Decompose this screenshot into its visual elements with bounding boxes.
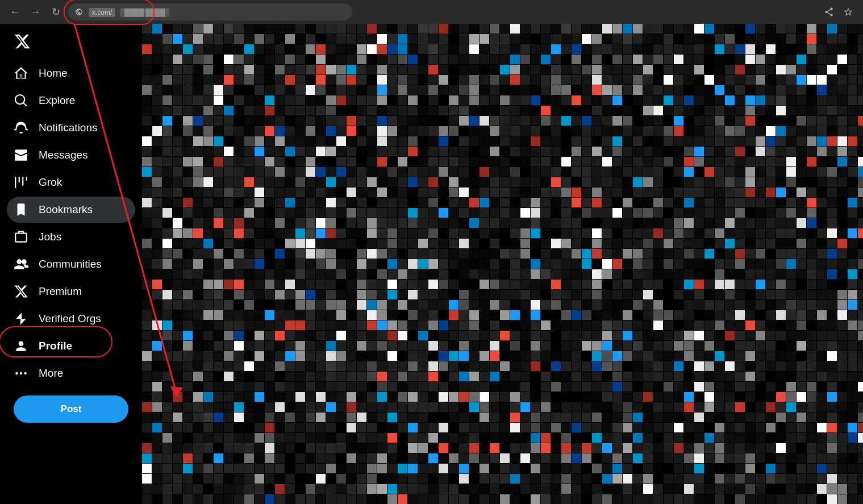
sidebar-item-jobs[interactable]: Jobs [7, 224, 135, 250]
more-icon [14, 366, 28, 381]
reload-button[interactable]: ↻ [48, 4, 64, 20]
browser-actions [821, 4, 856, 20]
content-area [142, 24, 863, 504]
site-icon [75, 8, 83, 16]
browser-chrome: ← → ↻ x.com/ ████ ████ [0, 0, 863, 24]
sidebar-item-profile[interactable]: Profile [7, 333, 135, 359]
profile-label: Profile [39, 340, 72, 352]
communities-label: Communities [39, 258, 102, 270]
back-button[interactable]: ← [7, 4, 23, 20]
search-icon [14, 93, 28, 108]
envelope-icon [14, 148, 28, 163]
sidebar-item-explore[interactable]: Explore [7, 88, 135, 114]
explore-label: Explore [39, 94, 75, 107]
bell-icon [14, 120, 28, 135]
address-bar[interactable]: x.com/ ████ ████ [68, 3, 352, 20]
briefcase-icon [14, 230, 28, 244]
notifications-label: Notifications [39, 122, 98, 134]
sidebar-item-bookmarks[interactable]: Bookmarks [7, 197, 135, 223]
lightning-icon [14, 311, 28, 326]
bookmarks-label: Bookmarks [39, 203, 93, 216]
sidebar-item-home[interactable]: Home [7, 60, 135, 86]
jobs-label: Jobs [39, 231, 61, 243]
url-redacted: ████ ████ [120, 8, 169, 17]
forward-button[interactable]: → [27, 4, 43, 20]
bookmark-icon [14, 202, 28, 217]
sidebar: Home Explore Notifications Messages [0, 24, 142, 504]
home-icon [14, 66, 28, 81]
post-button[interactable]: Post [14, 395, 128, 423]
app-container: Home Explore Notifications Messages [0, 24, 863, 504]
sidebar-item-premium[interactable]: Premium [7, 278, 135, 305]
sidebar-item-grok[interactable]: Grok [7, 169, 135, 195]
sidebar-item-verified-orgs[interactable]: Verified Orgs [7, 306, 135, 332]
messages-label: Messages [39, 149, 88, 161]
bookmark-star-button[interactable] [840, 4, 856, 20]
grok-icon [14, 175, 28, 190]
x-premium-icon [14, 284, 28, 299]
sidebar-item-communities[interactable]: Communities [7, 251, 135, 277]
home-label: Home [39, 67, 68, 80]
grok-label: Grok [39, 176, 62, 189]
verified-orgs-label: Verified Orgs [39, 313, 101, 325]
sidebar-item-messages[interactable]: Messages [7, 142, 135, 168]
sidebar-item-notifications[interactable]: Notifications [7, 115, 135, 141]
share-button[interactable] [821, 4, 837, 20]
premium-label: Premium [39, 285, 82, 298]
x-logo[interactable] [7, 28, 135, 57]
url-text: x.com/ ████ ████ [86, 8, 169, 16]
sidebar-item-more[interactable]: More [7, 360, 135, 386]
person-icon [14, 339, 28, 353]
more-label: More [39, 367, 63, 380]
people-icon [14, 257, 28, 272]
